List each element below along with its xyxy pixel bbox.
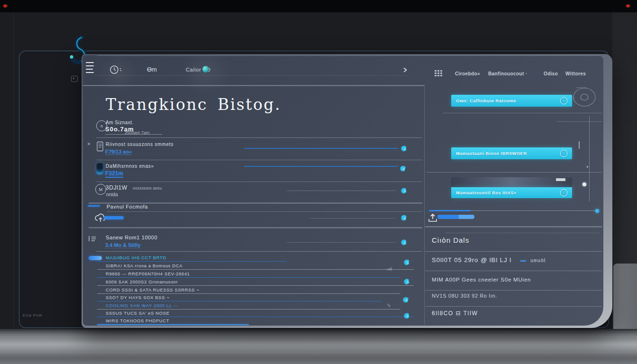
button-label: Mamastaani Bivoo IBR0WOER: [451, 151, 560, 156]
ledger-rule: [97, 261, 287, 262]
desk-pipe: [613, 264, 637, 336]
blue-pill-icon: [89, 256, 102, 260]
wall-seam: [13, 12, 14, 329]
primary-action-button[interactable]: Own: Caffinbuie Ratcome: [451, 95, 572, 107]
white-tab: [556, 178, 565, 181]
refresh-ring-icon: [560, 150, 567, 157]
sketch-line: [589, 116, 590, 201]
upload-icon[interactable]: [427, 212, 438, 223]
divider: [96, 137, 422, 138]
ledger-row[interactable]: R9865 — RREP06N70H4 SEV-26641: [106, 271, 190, 276]
ledger-rule: [97, 277, 400, 278]
row-title[interactable]: Riivnost ssuuszons smmets: [106, 142, 173, 147]
row-title[interactable]: 3DJl1W: [106, 184, 127, 191]
row-link[interactable]: F79/13 ao»: [105, 149, 132, 155]
action-swoosh-icon[interactable]: [400, 145, 408, 153]
action-swoosh-icon[interactable]: [399, 213, 409, 223]
detail-row[interactable]: S0ll0T 05 29ro @ lBl LJ l ueuòl: [432, 256, 546, 264]
secondary-action-button[interactable]: Mamastaani Bivoo IBR0WOER: [451, 147, 572, 159]
detail-row[interactable]: MIM A00P Gees cneeler S0e MUien: [432, 277, 531, 282]
faint-rule: [446, 233, 600, 233]
faint-rule: [287, 242, 396, 243]
ledger-rule: [97, 317, 414, 317]
row-link[interactable]: 3.4 Mo & Stilly: [105, 242, 141, 248]
app-panel: Өm Caíior ı Ɗ › Trangkionc Bistog. n Am …: [83, 55, 603, 326]
red-indicator-right: [626, 4, 630, 8]
faint-rule: [310, 218, 396, 218]
action-swoosh-icon[interactable]: [400, 238, 408, 246]
row-title[interactable]: Am Siznaxt.: [106, 120, 134, 125]
hamburger-menu-icon[interactable]: [86, 62, 94, 73]
faint-rule: [287, 191, 396, 191]
red-indicator-left: [3, 4, 8, 8]
ledger-row[interactable]: SIBRA! KSA rrona a Bomsus DCA: [106, 263, 182, 268]
slider-handle[interactable]: [595, 209, 599, 213]
ledger-rule: [97, 285, 414, 286]
divider: [425, 251, 602, 252]
detail-row[interactable]: NV1S 08U 303 92 Ro Iın.: [432, 293, 497, 299]
row-link[interactable]: F321m: [105, 170, 123, 178]
row-title[interactable]: DaMihsrnnxs enas»: [106, 164, 154, 169]
tertiary-action-button[interactable]: Mamaatsountil Bss IIIAS»: [451, 177, 572, 198]
action-swoosh-icon[interactable]: [401, 277, 411, 286]
refresh-ring-icon: [560, 97, 567, 104]
camera-chip-icon: [71, 76, 78, 82]
group-circle-icon: M: [95, 184, 106, 195]
header-separator: [83, 85, 424, 86]
nav-item[interactable]: Odiso: [544, 71, 558, 76]
divider: [89, 228, 422, 228]
ledger-row[interactable]: COOLING XAN WAY 2000 LL —: [106, 303, 178, 308]
detail-suffix: ueuòl: [530, 257, 546, 263]
ledger-list: MASIIBUG IHS CCT BRTD SIBRA! KSA rrona a…: [97, 255, 424, 326]
om-toolbar-item[interactable]: Өm: [147, 66, 157, 73]
button-label: Mamaatsountil Bss IIIAS»: [451, 190, 560, 195]
row-title[interactable]: Sanew Rom1 10000: [106, 235, 157, 240]
ledger-rule: [97, 301, 382, 301]
ledger-rule: [97, 293, 400, 294]
teal-orb-icon: [202, 66, 209, 73]
top-black-band: [0, 0, 637, 12]
row-note: 2500am 7am: [125, 130, 150, 135]
lens-sketch: [570, 86, 597, 109]
section-title: Pavnul Focmofa: [107, 204, 148, 209]
ledger-row[interactable]: WIRS TOKttOOS PHDPUCT: [106, 318, 169, 323]
progress-slider[interactable]: [429, 209, 599, 213]
detail-section-title: Ciıòn Dals: [432, 236, 469, 244]
action-swoosh-icon[interactable]: [399, 186, 408, 195]
nav-item[interactable]: Ciroebdo»: [455, 71, 480, 76]
divider: [425, 306, 602, 307]
divider: [96, 160, 422, 160]
page-title: Trangkionc Bistog.: [106, 95, 281, 114]
detail-row[interactable]: 6ll8CO ⊟ TlIW: [432, 310, 478, 317]
ledger-row[interactable]: SSSUS TUCS SA' eS NOSE: [106, 310, 170, 316]
action-swoosh-icon[interactable]: [402, 311, 410, 320]
frame-label: EIIA PIIR: [23, 313, 42, 318]
divider: [425, 290, 602, 291]
divider: [425, 227, 602, 227]
ledger-row[interactable]: MASIIBUG IHS CCT BRTD: [106, 255, 166, 260]
detail-text: S0ll0T 05 29ro @ lBl LJ l: [432, 256, 511, 264]
ledger-rule: [97, 269, 414, 270]
action-swoosh-icon[interactable]: [398, 164, 408, 173]
button-label: Own: Caffinbuie Ratcome: [451, 98, 560, 103]
sketch-line: [557, 121, 602, 122]
ledger-row[interactable]: SSO? DY HAYS SOX BSS ~: [106, 295, 170, 300]
ledger-row[interactable]: 6009 SAK 2000S2 Gronanusonr: [106, 279, 178, 284]
nav-item[interactable]: Banfinouocout ·: [488, 71, 528, 76]
grid-menu-icon[interactable]: [435, 70, 443, 78]
chevron-right-icon[interactable]: ›: [403, 64, 408, 76]
action-swoosh-icon[interactable]: [402, 258, 410, 266]
ledger-rule: [97, 324, 249, 325]
nav-item[interactable]: Wittores: [565, 71, 586, 76]
white-dot: [582, 182, 586, 186]
device-icon: [96, 163, 103, 174]
sketch-dash: [579, 141, 580, 149]
clock-icon[interactable]: [109, 64, 123, 75]
divider: [427, 172, 602, 173]
divider: [425, 271, 602, 271]
upload-progress-bar: [104, 216, 124, 219]
button-gradient-cap: [451, 177, 572, 187]
underline: [107, 211, 422, 212]
ledger-row[interactable]: CORD SSSt & SATA RUESSS SSRRSS ~: [106, 287, 200, 292]
blue-tick: [88, 205, 100, 207]
